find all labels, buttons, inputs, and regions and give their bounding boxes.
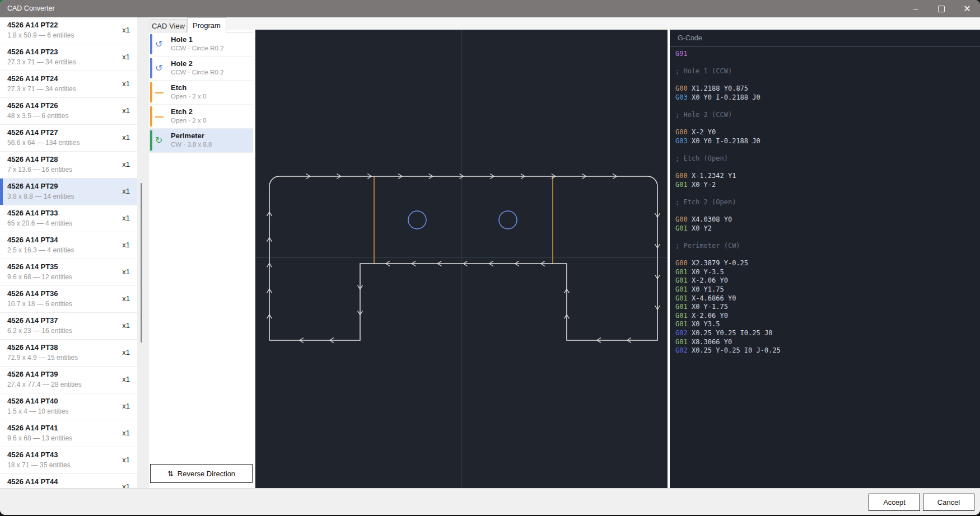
part-quantity-badge: x1 <box>122 402 130 410</box>
gcode-line: ; Perimeter (CW) <box>675 242 974 251</box>
part-name: 4526 A14 PT40 <box>7 397 58 405</box>
part-dimensions: 1.5 x 4 — 10 entities <box>7 407 68 415</box>
gcode-line <box>675 190 974 199</box>
reverse-direction-icon: ⇅ <box>167 470 174 478</box>
part-quantity-badge: x1 <box>122 321 130 330</box>
cad-canvas[interactable] <box>255 30 668 488</box>
part-dimensions: 65 x 20.6 — 4 entities <box>7 219 72 227</box>
gcode-line: G01 X0 Y-1.75 <box>675 303 974 312</box>
part-row[interactable]: 4526 A14 PT419.6 x 68 — 13 entitiesx1 <box>0 420 137 447</box>
part-row[interactable]: 4526 A14 PT359.6 x 68 — 12 entitiesx1 <box>0 259 137 286</box>
operation-accent-bar <box>150 34 152 54</box>
part-row[interactable]: 4526 A14 PT2327.3 x 71 — 34 entitiesx1 <box>0 44 137 71</box>
part-row[interactable]: 4526 A14 PT3927.4 x 77.4 — 28 entitiesx1 <box>0 367 137 393</box>
gcode-line: G02 X0.25 Y0.25 I0.25 J0 <box>675 329 974 338</box>
gcode-line: G01 X0 Y2 <box>675 224 974 233</box>
maximize-button[interactable] <box>928 0 954 17</box>
part-name: 4526 A14 PT44 <box>7 477 58 486</box>
part-row[interactable]: 4526 A14 PT44x1 <box>0 474 137 488</box>
part-dimensions: 18 x 71 — 35 entities <box>7 461 71 469</box>
minimize-button[interactable]: – <box>903 0 928 17</box>
operation-row[interactable]: EtchOpen · 2 x 0 <box>149 81 253 105</box>
operation-row[interactable]: ↺Hole 1CCW · Circle R0.2 <box>149 32 253 57</box>
gcode-line <box>675 120 974 129</box>
part-quantity-badge: x1 <box>122 482 130 488</box>
gcode-line: G01 X0 Y3.5 <box>675 320 974 329</box>
gcode-title: G-Code <box>678 34 702 42</box>
gcode-line: G01 X0 Y1.75 <box>675 285 974 294</box>
gcode-line: G01 X8.3066 Y0 <box>675 338 974 347</box>
parts-list-scrollbar[interactable] <box>141 183 142 343</box>
tab-program[interactable]: Program <box>187 17 226 32</box>
part-quantity-badge: x1 <box>122 456 130 464</box>
part-name: 4526 A14 PT26 <box>7 101 58 110</box>
maximize-icon <box>938 6 945 12</box>
part-dimensions: 2.5 x 16.3 — 4 entities <box>7 246 74 254</box>
part-name: 4526 A14 PT38 <box>7 343 58 351</box>
part-row[interactable]: 4526 A14 PT2756.6 x 64 — 134 entitiesx1 <box>0 125 137 152</box>
part-dimensions: 56.6 x 64 — 134 entities <box>7 139 80 147</box>
gcode-line <box>675 163 974 172</box>
accept-button[interactable]: Accept <box>869 494 920 511</box>
part-name: 4526 A14 PT34 <box>7 236 58 244</box>
footer-bar: Accept Cancel <box>0 488 980 515</box>
part-name: 4526 A14 PT29 <box>7 182 58 190</box>
tab-program-label: Program <box>193 21 221 30</box>
minimize-icon: – <box>913 4 918 13</box>
part-quantity-badge: x1 <box>122 26 130 34</box>
operation-subtitle: Open · 2 x 0 <box>171 93 206 100</box>
gcode-line: G01 X-2.06 Y0 <box>675 312 974 321</box>
part-dimensions: 27.3 x 71 — 34 entities <box>7 58 76 66</box>
reverse-direction-label: Reverse Direction <box>178 470 235 478</box>
part-row[interactable]: 4526 A14 PT2427.3 x 71 — 34 entitiesx1 <box>0 71 137 98</box>
gcode-line: G00 X4.0308 Y0 <box>675 215 974 224</box>
tab-cad-view-label: CAD View <box>152 22 185 30</box>
part-quantity-badge: x1 <box>122 214 130 222</box>
part-name: 4526 A14 PT22 <box>7 21 58 29</box>
part-quantity-badge: x1 <box>122 53 130 61</box>
gcode-line <box>675 146 974 155</box>
part-row[interactable]: 4526 A14 PT3610.7 x 18 — 6 entitiesx1 <box>0 286 137 313</box>
part-dimensions: 6.2 x 23 — 16 entities <box>7 327 72 335</box>
operation-row[interactable]: ↺Hole 2CCW · Circle R0.2 <box>149 57 253 81</box>
part-name: 4526 A14 PT24 <box>7 74 58 83</box>
part-row[interactable]: 4526 A14 PT287 x 13.6 — 16 entitiesx1 <box>0 152 137 179</box>
gcode-line: G00 X1.2188 Y0.875 <box>675 85 974 93</box>
part-name: 4526 A14 PT41 <box>7 424 58 432</box>
gcode-listing: G91 ; Hole 1 (CCW) G00 X1.2188 Y0.875G03… <box>670 47 980 358</box>
parts-list: 4526 A14 PT221.8 x 50.9 — 6 entitiesx145… <box>0 17 137 488</box>
part-dimensions: 27.3 x 71 — 34 entities <box>7 85 76 93</box>
gcode-line <box>675 59 974 68</box>
part-dimensions: 7 x 13.6 — 16 entities <box>7 166 72 173</box>
operation-subtitle: CW · 3.8 x 8.8 <box>171 141 212 148</box>
part-row[interactable]: 4526 A14 PT221.8 x 50.9 — 6 entitiesx1 <box>0 17 137 44</box>
tab-strip <box>149 17 980 30</box>
operation-row[interactable]: ↻PerimeterCW · 3.8 x 8.8 <box>149 129 253 153</box>
tab-cad-view[interactable]: CAD View <box>150 19 187 32</box>
part-row[interactable]: 4526 A14 PT401.5 x 4 — 10 entitiesx1 <box>0 393 137 420</box>
operation-title: Perimeter <box>171 132 204 140</box>
part-row[interactable]: 4526 A14 PT342.5 x 16.3 — 4 entitiesx1 <box>0 232 137 259</box>
part-row[interactable]: 4526 A14 PT3365 x 20.6 — 4 entitiesx1 <box>0 205 137 232</box>
part-dimensions: 1.8 x 50.9 — 6 entities <box>7 31 74 39</box>
operation-row[interactable]: Etch 2Open · 2 x 0 <box>149 105 253 129</box>
gcode-header: G-Code <box>670 30 980 47</box>
cancel-label: Cancel <box>937 498 960 506</box>
part-row[interactable]: 4526 A14 PT3872.9 x 4.9 — 15 entitiesx1 <box>0 340 137 367</box>
part-name: 4526 A14 PT36 <box>7 289 58 298</box>
part-row[interactable]: 4526 A14 PT293.8 x 8.8 — 14 entitiesx1 <box>0 179 137 205</box>
gcode-panel: G-Code G91 ; Hole 1 (CCW) G00 X1.2188 Y0… <box>670 30 980 488</box>
part-row[interactable]: 4526 A14 PT2648 x 3.5 — 6 entitiesx1 <box>0 98 137 125</box>
part-row[interactable]: 4526 A14 PT376.2 x 23 — 16 entitiesx1 <box>0 313 137 340</box>
part-dimensions: 48 x 3.5 — 6 entities <box>7 112 68 120</box>
reverse-direction-button[interactable]: ⇅ Reverse Direction <box>150 464 253 483</box>
operation-accent-bar <box>150 82 152 102</box>
gcode-line: ; Etch 2 (Open) <box>675 198 974 207</box>
part-row[interactable]: 4526 A14 PT4318 x 71 — 35 entitiesx1 <box>0 447 137 474</box>
close-button[interactable]: ✕ <box>954 0 980 17</box>
gcode-line: G91 <box>675 50 974 59</box>
rotate-ccw-icon: ↺ <box>155 40 162 49</box>
perimeter-toolpath <box>269 176 657 340</box>
part-dimensions: 9.6 x 68 — 12 entities <box>7 273 72 281</box>
cancel-button[interactable]: Cancel <box>923 494 974 511</box>
